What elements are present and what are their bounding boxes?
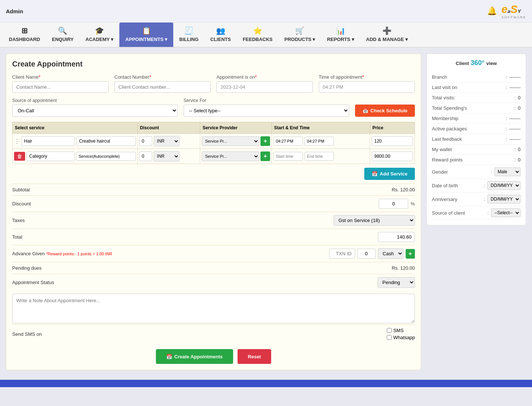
sms-checks: SMS Whatsapp bbox=[387, 328, 415, 340]
discount-percent: % bbox=[410, 201, 415, 207]
category-input-2[interactable] bbox=[27, 151, 75, 161]
client-name-input[interactable] bbox=[12, 81, 109, 93]
enquiry-icon: 🔍 bbox=[58, 26, 67, 35]
nav-feedbacks[interactable]: ⭐ FEEDBACKS bbox=[237, 23, 279, 47]
contact-number-input[interactable] bbox=[115, 81, 211, 93]
advance-amount-input[interactable] bbox=[357, 249, 376, 259]
service-row-2-price-cell bbox=[370, 149, 415, 164]
delete-service-btn-2[interactable]: 🗑 bbox=[14, 152, 25, 161]
reset-button[interactable]: Reset bbox=[238, 349, 271, 364]
client-row-total-visits: Total visits: : 0 bbox=[432, 93, 521, 103]
service-row-1-provider-cell: Service Pr... + bbox=[200, 134, 272, 149]
client-row-reward-points: Reward points : 0 bbox=[432, 155, 521, 165]
add-provider-btn-1[interactable]: + bbox=[260, 136, 270, 146]
add-manage-icon: ➕ bbox=[382, 26, 392, 35]
nav-add-manage[interactable]: ➕ ADD & MANAGE ▾ bbox=[360, 23, 414, 47]
service-row-1: ⋮ INR Service Pr... bbox=[13, 134, 415, 149]
form-area: Create Appointment Client Name* Contact … bbox=[6, 54, 421, 370]
billing-icon: 🧾 bbox=[184, 26, 194, 35]
th-start-end-time: Start & End Time bbox=[272, 122, 370, 134]
advance-method-select[interactable]: Cash Card UPI bbox=[378, 248, 403, 259]
bell-icon[interactable]: 🔔 bbox=[487, 6, 497, 16]
main-content: Create Appointment Client Name* Contact … bbox=[0, 48, 532, 376]
appointment-date-input[interactable] bbox=[216, 81, 313, 93]
nav-clients[interactable]: 👥 CLIENTS bbox=[204, 23, 237, 47]
appointment-time-label: Time of appointment* bbox=[319, 74, 415, 80]
notes-textarea[interactable] bbox=[12, 294, 415, 323]
appointment-time-input[interactable] bbox=[319, 81, 415, 93]
provider-select-2[interactable]: Service Pr... bbox=[202, 151, 259, 161]
client-row-active-packages: Active packages : ------- bbox=[432, 124, 521, 134]
calendar-icon: 📅 bbox=[362, 108, 368, 113]
sms-checkbox[interactable] bbox=[387, 328, 392, 333]
discount-input-1[interactable] bbox=[139, 136, 152, 146]
discount-input-2[interactable] bbox=[139, 151, 152, 161]
client-panel-title: Client 360° view bbox=[432, 59, 521, 67]
service-input-1[interactable] bbox=[76, 136, 136, 146]
anniversary-select[interactable]: DD/MM/YY bbox=[487, 195, 521, 204]
sms-checkbox-label[interactable]: SMS bbox=[387, 328, 415, 333]
source-client-select[interactable]: --Select-- bbox=[491, 208, 521, 217]
whatsapp-checkbox-label[interactable]: Whatsapp bbox=[387, 335, 415, 340]
nav-billing[interactable]: 🧾 BILLING bbox=[173, 23, 204, 47]
source-group: Source of appointment On-Call Walk-in On… bbox=[12, 98, 178, 117]
provider-select-1[interactable]: Service Pr... bbox=[202, 136, 259, 146]
appointment-status-select[interactable]: Pending Confirmed Cancelled Completed bbox=[378, 277, 415, 288]
client-name-group: Client Name* bbox=[12, 74, 109, 93]
service-for-label: Service For bbox=[184, 98, 349, 103]
add-service-button[interactable]: 📅 Add Service bbox=[364, 168, 415, 180]
start-time-2[interactable] bbox=[273, 152, 303, 161]
appointment-date-group: Appointment is on* bbox=[216, 74, 313, 93]
nav-enquiry[interactable]: 🔍 ENQUIRY bbox=[46, 23, 80, 47]
subtotal-row: Subtotal Rs. 120.00 bbox=[12, 184, 415, 195]
check-schedule-button[interactable]: 📅 Check Schedule bbox=[355, 105, 415, 117]
drag-handle-1[interactable]: ⋮ bbox=[14, 138, 20, 145]
gender-select[interactable]: Male Female Other bbox=[494, 167, 521, 176]
nav-reports[interactable]: 📊 REPORTS ▾ bbox=[321, 23, 360, 47]
service-row-1-price-cell bbox=[370, 134, 415, 149]
service-row-2-discount-cell: INR bbox=[137, 149, 200, 164]
price-input-1[interactable] bbox=[372, 136, 413, 146]
dashboard-icon: ⊞ bbox=[21, 26, 28, 35]
currency-select-1[interactable]: INR bbox=[154, 136, 180, 146]
whatsapp-checkbox[interactable] bbox=[387, 335, 392, 340]
bottom-bar bbox=[0, 380, 532, 387]
source-select[interactable]: On-Call Walk-in Online bbox=[12, 105, 178, 117]
dob-select[interactable]: DD/MM/YY bbox=[487, 181, 521, 190]
client-row-gender: Gender : Male Female Other bbox=[432, 165, 521, 179]
client-row-source: Source of client : --Select-- bbox=[432, 206, 521, 220]
total-input[interactable] bbox=[378, 232, 415, 242]
contact-number-label: Contact Number* bbox=[115, 74, 211, 80]
top-bar: Admin 🔔 eaSY SOFTWARE bbox=[0, 0, 532, 23]
nav-academy[interactable]: 🎓 ACADEMY ▾ bbox=[79, 23, 119, 47]
nav-dashboard[interactable]: ⊞ DASHBOARD bbox=[3, 23, 46, 47]
price-input-2[interactable] bbox=[372, 151, 413, 161]
pending-dues-row: Pending dues Rs. 120.00 bbox=[12, 262, 415, 274]
footer-buttons: 📅 Create Appointments Reset bbox=[12, 349, 415, 364]
add-provider-btn-2[interactable]: + bbox=[260, 151, 270, 161]
taxes-select[interactable]: Gst on Service (18) bbox=[334, 215, 415, 226]
sms-row: Send SMS on SMS Whatsapp bbox=[12, 324, 415, 343]
service-row-2-category-cell: 🗑 bbox=[13, 149, 138, 164]
end-time-2[interactable] bbox=[304, 152, 334, 161]
create-appointments-button[interactable]: 📅 Create Appointments bbox=[156, 349, 233, 364]
txn-id-input[interactable] bbox=[329, 249, 355, 259]
client-row-dob: Date of birth : DD/MM/YY bbox=[432, 179, 521, 192]
create-icon: 📅 bbox=[166, 354, 172, 359]
contact-number-group: Contact Number* bbox=[115, 74, 211, 93]
advance-add-btn[interactable]: + bbox=[406, 249, 415, 259]
end-time-1[interactable] bbox=[304, 137, 334, 146]
service-input-2[interactable] bbox=[76, 152, 136, 161]
discount-summary-input[interactable] bbox=[379, 199, 408, 209]
services-table: Select service Discount Service Provider… bbox=[12, 122, 415, 164]
category-input-1[interactable] bbox=[21, 136, 75, 146]
currency-select-2[interactable]: INR bbox=[154, 151, 180, 161]
academy-icon: 🎓 bbox=[95, 26, 104, 35]
nav-appointments[interactable]: 📋 APPOINTMENTS ▾ bbox=[119, 23, 173, 47]
service-row-2-time-cell bbox=[272, 149, 370, 164]
nav-products[interactable]: 🛒 PRODUCTS ▾ bbox=[279, 23, 321, 47]
service-for-select[interactable]: -- Select type-- bbox=[184, 105, 349, 117]
start-time-1[interactable] bbox=[273, 137, 303, 146]
th-select-service: Select service bbox=[13, 122, 138, 134]
advance-row: Advance Given *Reward points:- 1 points … bbox=[12, 245, 415, 262]
